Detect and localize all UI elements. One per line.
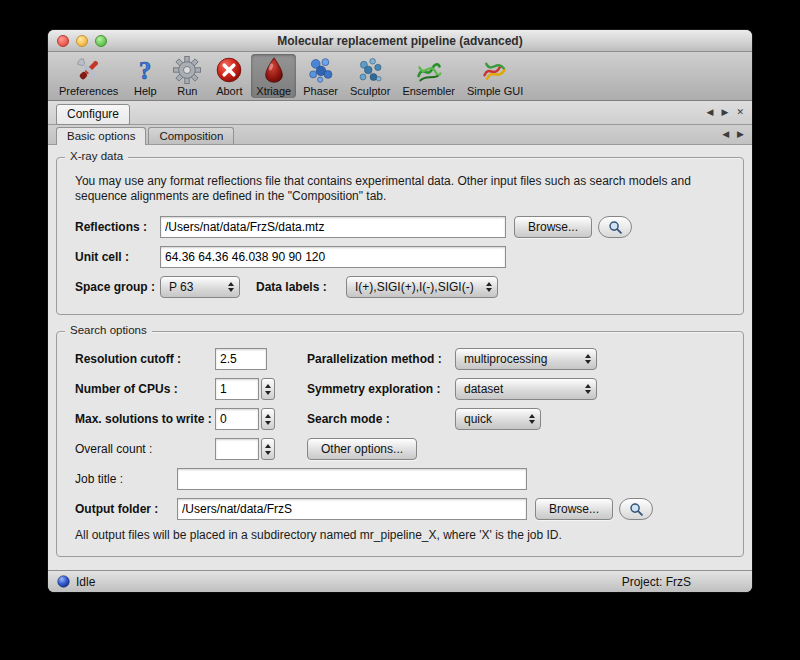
run-gear-icon	[172, 55, 202, 85]
sculptor-molecule-icon	[355, 55, 385, 85]
output-note: All output files will be placed in a sub…	[75, 528, 731, 542]
output-folder-browse-button[interactable]: Browse...	[535, 498, 613, 520]
toolbar-button-ensembler[interactable]: Ensembler	[397, 54, 460, 98]
overall-count-label: Overall count :	[75, 442, 215, 456]
help-icon: ?	[130, 55, 160, 85]
titlebar[interactable]: Molecular replacement pipeline (advanced…	[48, 30, 752, 52]
svg-text:?: ?	[139, 57, 151, 84]
tab-composition[interactable]: Composition	[148, 127, 234, 144]
toolbar-label: Xtriage	[256, 85, 291, 98]
output-folder-row: Output folder : Browse...	[75, 498, 731, 520]
parallelization-method-select[interactable]: multiprocessing	[455, 348, 597, 370]
status-text: Idle	[76, 575, 95, 589]
max-solutions-stepper[interactable]	[261, 408, 275, 430]
tab-close-icon[interactable]: ✕	[736, 108, 744, 117]
resolution-cutoff-label: Resolution cutoff :	[75, 352, 215, 366]
parallelization-method-value: multiprocessing	[464, 352, 547, 366]
symmetry-exploration-label: Symmetry exploration :	[307, 382, 455, 396]
tab-nav-left-icon[interactable]: ◀	[707, 108, 714, 117]
data-labels-label: Data labels :	[256, 280, 346, 294]
data-labels-value: I(+),SIGI(+),I(-),SIGI(-)	[355, 280, 474, 294]
tab-basic-options-label: Basic options	[67, 130, 135, 142]
search-mode-select[interactable]: quick	[455, 408, 541, 430]
parallelization-method-label: Parallelization method :	[307, 352, 455, 366]
xray-description: You may use any format reflections file …	[75, 174, 725, 204]
number-of-cpus-input[interactable]	[215, 378, 259, 400]
cpus-row: Number of CPUs : Symmetry exploration : …	[75, 378, 731, 400]
job-title-input[interactable]	[177, 468, 527, 490]
toolbar-button-phaser[interactable]: Phaser	[298, 54, 343, 98]
resolution-cutoff-input[interactable]	[215, 348, 267, 370]
subtab-nav-left-icon[interactable]: ◀	[722, 130, 729, 139]
combo-arrows-icon	[529, 414, 535, 424]
tab-basic-options[interactable]: Basic options	[56, 127, 146, 145]
search-mode-value: quick	[464, 412, 492, 426]
toolbar-label: Help	[134, 85, 157, 98]
space-group-select[interactable]: P 63	[160, 276, 240, 298]
toolbar-button-preferences[interactable]: Preferences	[54, 54, 123, 98]
magnifier-icon	[608, 220, 623, 235]
output-folder-label: Output folder :	[75, 502, 177, 516]
toolbar-label: Phaser	[303, 85, 338, 98]
overall-count-input[interactable]	[215, 438, 259, 460]
xtriage-drop-icon	[259, 55, 289, 85]
search-mode-label: Search mode :	[307, 412, 455, 426]
toolbar-label: Abort	[216, 85, 242, 98]
reflections-row: Reflections : Browse...	[75, 216, 731, 238]
status-indicator-icon	[57, 575, 70, 588]
main-tab-strip: Configure ◀ ▶ ✕	[48, 101, 752, 125]
overall-count-stepper[interactable]	[261, 438, 275, 460]
unit-cell-row: Unit cell :	[75, 246, 731, 268]
output-folder-input[interactable]	[177, 498, 527, 520]
symmetry-exploration-select[interactable]: dataset	[455, 378, 597, 400]
simple-gui-ribbon-icon	[480, 55, 510, 85]
desktop-background: Molecular replacement pipeline (advanced…	[0, 0, 800, 660]
reflections-view-button[interactable]	[598, 216, 632, 238]
toolbar-button-sculptor[interactable]: Sculptor	[345, 54, 395, 98]
search-options-group: Search options Resolution cutoff : Paral…	[56, 331, 744, 557]
space-group-row: Space group : P 63 Data labels : I(+),SI…	[75, 276, 731, 298]
max-solutions-label: Max. solutions to write :	[75, 412, 215, 426]
cpus-stepper[interactable]	[261, 378, 275, 400]
toolbar-button-run[interactable]: Run	[167, 54, 207, 98]
app-window: Molecular replacement pipeline (advanced…	[48, 30, 752, 592]
tab-configure-label: Configure	[67, 107, 119, 121]
overall-count-row: Overall count : Other options...	[75, 438, 731, 460]
symmetry-exploration-value: dataset	[464, 382, 503, 396]
reflections-browse-button[interactable]: Browse...	[514, 216, 592, 238]
ensembler-ribbon-icon	[414, 55, 444, 85]
combo-arrows-icon	[486, 282, 492, 292]
xray-group-title: X-ray data	[65, 150, 128, 162]
toolbar-button-help[interactable]: ? Help	[125, 54, 165, 98]
status-bar: Idle Project: FrzS	[48, 570, 752, 592]
other-options-button[interactable]: Other options...	[307, 438, 417, 460]
xray-data-group: X-ray data You may use any format reflec…	[56, 157, 744, 315]
max-solutions-input[interactable]	[215, 408, 259, 430]
subtab-nav-right-icon[interactable]: ▶	[737, 130, 744, 139]
minimize-window-button[interactable]	[76, 35, 88, 47]
unit-cell-input[interactable]	[160, 246, 506, 268]
output-folder-view-button[interactable]	[619, 498, 653, 520]
search-group-title: Search options	[65, 324, 152, 336]
project-label: Project: FrzS	[622, 575, 691, 589]
window-title: Molecular replacement pipeline (advanced…	[48, 30, 752, 52]
toolbar-label: Simple GUI	[467, 85, 523, 98]
job-title-row: Job title :	[75, 468, 731, 490]
toolbar-label: Preferences	[59, 85, 118, 98]
combo-arrows-icon	[228, 282, 234, 292]
space-group-value: P 63	[169, 280, 193, 294]
main-tab-nav: ◀ ▶ ✕	[707, 101, 744, 124]
toolbar-button-simple-gui[interactable]: Simple GUI	[462, 54, 528, 98]
tab-configure[interactable]: Configure	[56, 104, 130, 125]
toolbar-label: Ensembler	[402, 85, 455, 98]
data-labels-select[interactable]: I(+),SIGI(+),I(-),SIGI(-)	[346, 276, 498, 298]
space-group-label: Space group :	[75, 280, 160, 294]
toolbar-button-xtriage[interactable]: Xtriage	[251, 54, 296, 98]
combo-arrows-icon	[585, 384, 591, 394]
toolbar-button-abort[interactable]: Abort	[209, 54, 249, 98]
zoom-window-button[interactable]	[95, 35, 107, 47]
close-window-button[interactable]	[57, 35, 69, 47]
reflections-input[interactable]	[160, 216, 506, 238]
toolbar: Preferences ? Help	[48, 52, 752, 101]
tab-nav-right-icon[interactable]: ▶	[722, 108, 729, 117]
